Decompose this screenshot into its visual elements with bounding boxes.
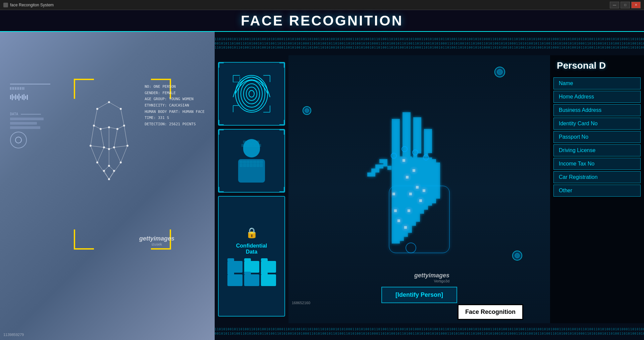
svg-rect-197 bbox=[396, 167, 400, 171]
svg-rect-325 bbox=[424, 165, 428, 169]
svg-point-35 bbox=[116, 128, 118, 130]
svg-rect-149 bbox=[413, 145, 417, 149]
field-passport-no[interactable]: Passport No bbox=[553, 131, 641, 143]
svg-rect-73 bbox=[255, 144, 258, 147]
svg-rect-231 bbox=[400, 217, 404, 221]
svg-rect-133 bbox=[407, 120, 411, 124]
field-identity-card-no[interactable]: Identity Card No bbox=[553, 118, 641, 130]
svg-rect-298 bbox=[416, 178, 420, 182]
waveform bbox=[10, 94, 50, 100]
svg-rect-183 bbox=[392, 195, 396, 199]
corner-tl bbox=[219, 63, 224, 68]
close-button[interactable]: ✕ bbox=[631, 2, 641, 8]
field-name[interactable]: Name bbox=[553, 77, 641, 89]
svg-rect-199 bbox=[396, 175, 400, 179]
data-detection: DETECTION: 25621 POINTS bbox=[145, 121, 205, 128]
svg-rect-280 bbox=[412, 174, 416, 178]
svg-rect-375 bbox=[416, 186, 419, 189]
svg-rect-305 bbox=[416, 206, 420, 210]
svg-rect-117 bbox=[396, 147, 400, 151]
svg-rect-233 bbox=[400, 225, 404, 229]
svg-point-50 bbox=[241, 80, 262, 107]
field-other[interactable]: Other bbox=[553, 185, 641, 197]
title-bar: face Recongiton System — □ ✕ bbox=[0, 0, 644, 10]
svg-rect-253 bbox=[404, 221, 408, 225]
svg-rect-346 bbox=[428, 198, 432, 202]
svg-rect-221 bbox=[400, 177, 404, 181]
field-driving-license[interactable]: Driving License bbox=[553, 144, 641, 156]
field-home-address[interactable]: Home Address bbox=[553, 91, 641, 103]
svg-rect-272 bbox=[408, 217, 412, 221]
identify-person-button[interactable]: [Identify Person] bbox=[381, 287, 457, 303]
svg-rect-64 bbox=[243, 141, 246, 143]
svg-rect-176 bbox=[392, 167, 396, 171]
right-watermark-number: 168652160 bbox=[292, 301, 310, 305]
svg-rect-374 bbox=[413, 169, 415, 172]
svg-line-19 bbox=[91, 146, 104, 147]
data-label: DATA bbox=[10, 112, 18, 116]
corner-br bbox=[279, 187, 284, 192]
svg-rect-235 bbox=[400, 233, 404, 237]
ruler-ticks bbox=[10, 87, 50, 90]
svg-rect-178 bbox=[392, 175, 396, 179]
svg-rect-114 bbox=[396, 135, 400, 139]
svg-rect-365 bbox=[436, 187, 440, 191]
svg-rect-201 bbox=[396, 183, 400, 187]
getty-text-right: getty bbox=[414, 272, 429, 279]
circle-svg-2 bbox=[302, 106, 312, 116]
circle-svg-1 bbox=[493, 65, 506, 79]
svg-rect-376 bbox=[419, 199, 422, 202]
svg-rect-223 bbox=[400, 185, 404, 189]
svg-rect-239 bbox=[404, 164, 408, 168]
title-bar-left: face Recongiton System bbox=[3, 3, 54, 7]
svg-rect-304 bbox=[416, 202, 420, 206]
title-bar-controls[interactable]: — □ ✕ bbox=[610, 2, 641, 8]
svg-rect-357 bbox=[432, 195, 436, 199]
getty-watermark-right: gettyimages Vertigo3d bbox=[414, 272, 449, 283]
svg-rect-229 bbox=[400, 209, 404, 213]
svg-rect-69 bbox=[241, 144, 244, 147]
svg-rect-80 bbox=[257, 161, 259, 163]
circle-svg-3 bbox=[512, 250, 523, 262]
svg-rect-193 bbox=[392, 235, 396, 240]
svg-rect-99 bbox=[387, 166, 391, 170]
right-panel: 1101010010110100110101001010100011010100… bbox=[215, 32, 644, 340]
svg-rect-296 bbox=[416, 169, 420, 174]
maximize-button[interactable]: □ bbox=[621, 2, 630, 8]
ruler-line bbox=[10, 84, 50, 84]
svg-rect-291 bbox=[412, 218, 416, 222]
svg-rect-347 bbox=[428, 202, 432, 206]
field-income-tax-no[interactable]: Income Tax No bbox=[553, 158, 641, 170]
images-text: images bbox=[154, 235, 174, 242]
svg-rect-321 bbox=[420, 206, 424, 210]
tick bbox=[20, 87, 21, 90]
svg-rect-164 bbox=[424, 141, 428, 145]
svg-rect-162 bbox=[424, 133, 428, 137]
svg-rect-155 bbox=[417, 129, 421, 133]
data-no: NO: ONE PERSON bbox=[145, 84, 205, 90]
svg-rect-250 bbox=[404, 209, 408, 213]
svg-rect-96 bbox=[379, 164, 383, 168]
svg-rect-264 bbox=[408, 185, 412, 189]
svg-line-25 bbox=[109, 166, 114, 171]
svg-rect-165 bbox=[424, 145, 428, 149]
svg-rect-194 bbox=[392, 240, 396, 244]
svg-rect-131 bbox=[407, 112, 411, 116]
svg-rect-154 bbox=[417, 125, 421, 129]
circle-inner bbox=[15, 137, 22, 143]
svg-point-28 bbox=[108, 101, 110, 103]
svg-rect-107 bbox=[392, 147, 396, 151]
field-car-registration[interactable]: Car Registration bbox=[553, 171, 641, 183]
svg-rect-225 bbox=[400, 193, 404, 197]
svg-rect-220 bbox=[400, 173, 404, 177]
field-business-address[interactable]: Business Address bbox=[553, 104, 641, 116]
svg-rect-249 bbox=[404, 205, 408, 209]
wave-bar bbox=[15, 94, 16, 100]
minimize-button[interactable]: — bbox=[610, 2, 619, 8]
right-main-content: 🔒 Confidential Data bbox=[215, 55, 644, 323]
svg-point-39 bbox=[90, 145, 92, 147]
corner-bl bbox=[219, 187, 224, 192]
svg-rect-90 bbox=[367, 173, 371, 177]
data-gender: GENDER: FEMALE bbox=[145, 90, 205, 96]
svg-line-22 bbox=[114, 147, 121, 162]
